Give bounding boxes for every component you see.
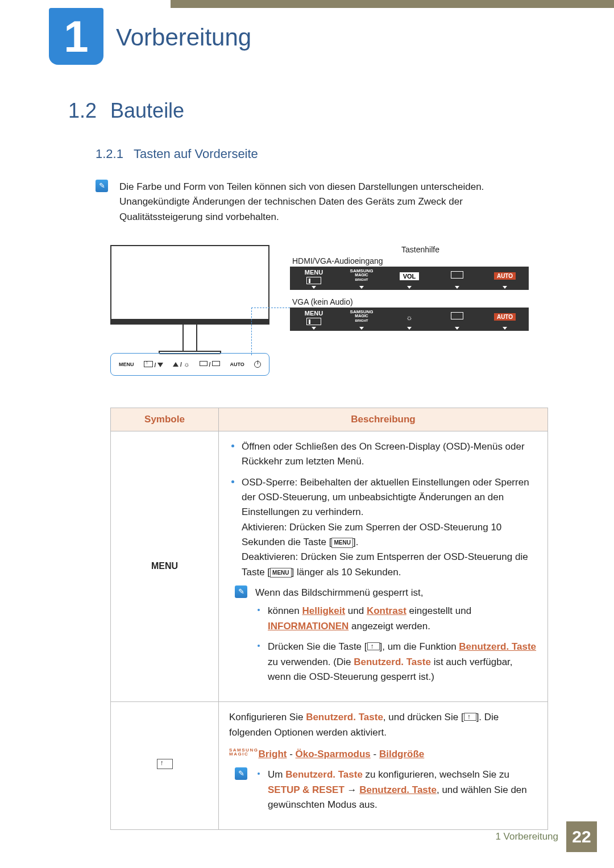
desc-menu: Öffnen oder Schließen des On Screen-Disp… [219, 431, 548, 702]
page-footer: 1 Vorbereitung 22 [495, 821, 597, 852]
osd-menu-label: MENU [290, 269, 338, 276]
col-beschreibung: Beschreibung [219, 408, 548, 431]
osd-bar-vga: MENU SAMSUNGMAGICBRIGHT ☼ AUTO [290, 308, 529, 331]
link-oeko-sparmodus[interactable]: Öko-Sparmodus [296, 749, 371, 759]
osd-magic-2: MAGIC [355, 314, 368, 318]
legend-custom-icon: / [144, 361, 163, 368]
subsection-number: 1.2.1 [96, 147, 123, 161]
page-number: 22 [566, 821, 597, 852]
front-button-legend: MENU / / ☼ / AUTO [110, 353, 269, 376]
footer-chapter-ref: 1 Vorbereitung [495, 831, 566, 842]
list-item: Um Benutzerd. Taste zu konfigurieren, we… [255, 767, 537, 812]
custom-key-icon [367, 642, 380, 650]
section-title: Bauteile [110, 99, 184, 123]
list-item: OSD-Sperre: Beibehalten der aktuellen Ei… [229, 475, 537, 580]
subsection-title: Tasten auf Vorderseite [134, 147, 258, 161]
osd-bar-hdmi: MENU SAMSUNGMAGICBRIGHT VOL AUTO [290, 267, 529, 290]
monitor-illustration [110, 245, 269, 354]
subsection-heading: 1.2.1 Tasten auf Vorderseite [96, 147, 529, 161]
intro-note-text: Die Farbe und Form von Teilen können sic… [119, 180, 529, 225]
osd-auto: AUTO [494, 272, 516, 280]
list-item: können Helligkeit und Kontrast eingestel… [255, 604, 537, 634]
osd-bright: BRIGHT [355, 278, 368, 281]
chapter-number-tab: 1 [49, 8, 103, 65]
symbol-menu: MENU [111, 431, 219, 702]
link-magicbright[interactable]: Bright [258, 749, 287, 759]
symbol-custom-key [111, 702, 219, 830]
link-bildgroesse[interactable]: Bildgröße [379, 749, 424, 759]
chapter-header: 1 Vorbereitung [0, 8, 614, 65]
label-tastenhilfe: Tastenhilfe [401, 245, 439, 254]
osd-auto-2: AUTO [494, 313, 516, 321]
custom-key-icon [464, 713, 476, 721]
link-benutzerd-taste-2[interactable]: Benutzerd. Taste [359, 784, 437, 795]
legend-menu: MENU [119, 362, 134, 367]
osd-vol: VOL [400, 272, 420, 280]
symbols-table: Symbole Beschreibung MENU Öffnen oder Sc… [110, 408, 548, 830]
note-lead: Wenn das Bildschirmmenü gesperrt ist, [255, 585, 537, 600]
legend-source-icon: / [200, 361, 220, 368]
list-item: Drücken Sie die Taste [], um die Funktio… [255, 639, 537, 684]
chapter-title: Vorbereitung [116, 24, 251, 51]
osd-magic: MAGIC [355, 273, 368, 277]
list-item: Öffnen oder Schließen des On Screen-Disp… [229, 439, 537, 470]
table-row: MENU Öffnen oder Schließen des On Screen… [111, 431, 548, 702]
col-symbole: Symbole [111, 408, 219, 431]
note-icon: ✎ [96, 180, 108, 192]
section-number: 1.2 [68, 99, 97, 123]
top-accent-bar [171, 0, 614, 8]
legend-auto: AUTO [230, 362, 244, 367]
osd-bright-2: BRIGHT [355, 319, 368, 322]
desc-custom-key: Konfigurieren Sie Benutzerd. Taste, und … [219, 702, 548, 830]
legend-brightness-icon: / ☼ [173, 360, 189, 368]
table-row: Konfigurieren Sie Benutzerd. Taste, und … [111, 702, 548, 830]
link-helligkeit[interactable]: Helligkeit [302, 605, 346, 616]
intro-note: ✎ Die Farbe und Form von Teilen können s… [96, 180, 529, 225]
section-heading: 1.2 Bauteile [68, 99, 529, 123]
front-buttons-diagram: MENU / / ☼ / AUTO Tastenhilfe HDMI/VGA-A… [110, 242, 548, 389]
osd-menu-label-2: MENU [290, 310, 338, 317]
note-icon: ✎ [235, 767, 247, 780]
link-informationen[interactable]: INFORMATIONEN [268, 621, 349, 632]
legend-power-icon [254, 361, 261, 368]
note-icon: ✎ [235, 585, 247, 598]
link-kontrast[interactable]: Kontrast [367, 605, 406, 616]
link-benutzerd-taste[interactable]: Benutzerd. Taste [459, 641, 536, 652]
label-vga-noaudio: VGA (kein Audio) [292, 297, 353, 306]
label-hdmi-audio: HDMI/VGA-Audioeingang [292, 256, 383, 265]
